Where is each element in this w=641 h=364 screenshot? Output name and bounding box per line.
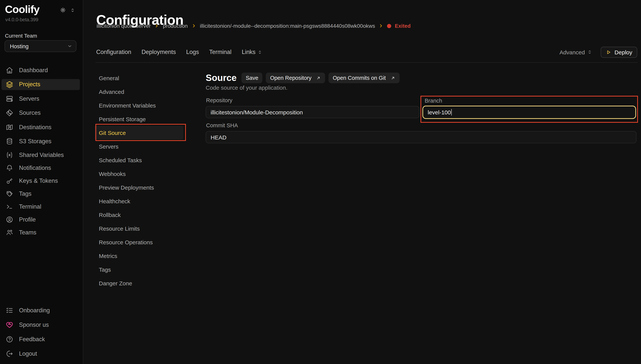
sidebar-item-sources[interactable]: Sources xyxy=(0,106,83,120)
sidebar-item-projects[interactable]: Projects xyxy=(0,77,83,92)
branch-label: Branch xyxy=(425,98,442,104)
status-dot-icon xyxy=(387,24,391,28)
chevrons-up-down-icon[interactable] xyxy=(70,8,75,13)
sidebar-item-label: Sponsor us xyxy=(19,322,49,328)
chevron-right-icon xyxy=(154,23,160,28)
sidebar-item-s3-storages[interactable]: S3 Storages xyxy=(0,134,83,148)
sidebar-item-dashboard[interactable]: Dashboard xyxy=(0,63,83,77)
sidebar-item-label: Sources xyxy=(19,110,41,116)
sidebar-item-keys-tokens[interactable]: Keys & Tokens xyxy=(0,174,83,187)
tab-label: Deployments xyxy=(142,49,176,56)
advanced-dropdown[interactable]: Advanced xyxy=(559,49,592,55)
status-badge: Exited xyxy=(395,23,411,29)
repository-input[interactable] xyxy=(206,106,419,118)
subnav-item-label: Preview Deployments xyxy=(99,184,154,190)
subnav-item-persistent-storage[interactable]: Persistent Storage xyxy=(95,112,183,126)
sidebar-item-label: Projects xyxy=(19,81,40,88)
sidebar-item-logout[interactable]: Logout xyxy=(0,346,83,361)
sidebar-item-onboarding[interactable]: Onboarding xyxy=(0,303,83,318)
tab-links[interactable]: Links xyxy=(242,49,262,56)
branch-input-value: level-100 xyxy=(428,109,451,116)
source-description: Code source of your application. xyxy=(206,84,287,91)
subnav-item-rollback[interactable]: Rollback xyxy=(95,208,183,222)
sidebar-item-label: S3 Storages xyxy=(19,138,52,145)
save-button[interactable]: Save xyxy=(242,72,263,83)
sidebar-item-notifications[interactable]: Notifications xyxy=(0,162,83,174)
commit-sha-label: Commit SHA xyxy=(206,122,238,128)
subnav-item-label: Git Source xyxy=(99,130,126,136)
server-icon xyxy=(6,95,13,102)
play-icon xyxy=(606,49,611,55)
open-commits-label: Open Commits on Git xyxy=(333,75,386,81)
chevron-right-icon xyxy=(191,23,197,28)
commit-sha-input[interactable] xyxy=(206,131,636,143)
current-team-label: Current Team xyxy=(5,33,37,39)
open-repository-button[interactable]: Open Repository xyxy=(266,72,325,83)
deploy-button[interactable]: Deploy xyxy=(601,46,637,58)
sidebar-item-profile[interactable]: Profile xyxy=(0,213,83,226)
key-icon xyxy=(6,177,13,185)
subnav-item-tags[interactable]: Tags xyxy=(95,262,183,276)
subnav-item-environment-variables[interactable]: Environment Variables xyxy=(95,98,183,112)
sidebar-bottom-nav: OnboardingSponsor usFeedbackLogout xyxy=(0,303,83,361)
sidebar-item-feedback[interactable]: Feedback xyxy=(0,332,83,346)
advanced-label: Advanced xyxy=(559,49,585,55)
open-commits-button[interactable]: Open Commits on Git xyxy=(329,72,400,83)
subnav-item-danger-zone[interactable]: Danger Zone xyxy=(95,276,183,290)
app-logo[interactable]: Coolify xyxy=(5,4,39,16)
subnav-item-resource-operations[interactable]: Resource Operations xyxy=(95,235,183,249)
tab-terminal[interactable]: Terminal xyxy=(209,49,232,56)
coolify-app: Coolify v4.0.0-beta.399 Current Team Hos… xyxy=(0,0,641,364)
sun-icon[interactable] xyxy=(60,7,66,13)
subnav-item-servers[interactable]: Servers xyxy=(95,140,183,153)
breadcrumb-segment[interactable]: illicitestonion/-module--decomposition:m… xyxy=(200,23,375,29)
breadcrumb: illicitonion quote serverproductionillic… xyxy=(97,22,411,30)
subnav-item-label: Resource Operations xyxy=(99,239,153,245)
subnav-item-general[interactable]: General xyxy=(95,71,183,85)
team-select[interactable]: Hosting xyxy=(5,40,77,52)
chevron-right-icon xyxy=(378,23,384,28)
database-icon xyxy=(6,138,13,145)
subnav-item-scheduled-tasks[interactable]: Scheduled Tasks xyxy=(95,153,183,167)
subnav-item-label: General xyxy=(99,75,119,81)
sidebar-item-label: Terminal xyxy=(19,203,41,210)
sidebar-item-destinations[interactable]: Destinations xyxy=(0,120,83,134)
subnav-item-label: Tags xyxy=(99,266,111,272)
chevrons-up-down-icon xyxy=(257,50,262,54)
subnav-item-label: Scheduled Tasks xyxy=(99,157,142,163)
sidebar-item-label: Keys & Tokens xyxy=(19,178,58,184)
subnav-item-resource-limits[interactable]: Resource Limits xyxy=(95,222,183,235)
sidebar-item-sponsor-us[interactable]: Sponsor us xyxy=(0,318,83,332)
sidebar-item-label: Tags xyxy=(19,190,32,197)
help-circle-icon xyxy=(6,336,13,343)
subnav-item-git-source[interactable]: Git Source xyxy=(95,126,183,140)
sidebar-item-label: Profile xyxy=(19,216,36,223)
sidebar-item-terminal[interactable]: Terminal xyxy=(0,200,83,213)
config-subnav: GeneralAdvancedEnvironment VariablesPers… xyxy=(95,71,183,290)
git-diamond-icon xyxy=(6,109,13,117)
breadcrumb-segment[interactable]: illicitonion quote server xyxy=(97,23,151,29)
breadcrumb-segment[interactable]: production xyxy=(163,23,188,29)
subnav-item-webhooks[interactable]: Webhooks xyxy=(95,167,183,180)
source-header-row: Source Save Open Repository Open Commits… xyxy=(206,72,399,83)
subnav-item-metrics[interactable]: Metrics xyxy=(95,249,183,262)
tab-logs[interactable]: Logs xyxy=(186,49,199,56)
subnav-item-preview-deployments[interactable]: Preview Deployments xyxy=(95,180,183,194)
branch-input[interactable]: level-100 xyxy=(422,106,636,119)
tab-label: Terminal xyxy=(209,49,232,56)
sidebar-item-servers[interactable]: Servers xyxy=(0,92,83,106)
sidebar-item-tags[interactable]: Tags xyxy=(0,187,83,200)
subnav-item-label: Advanced xyxy=(99,88,124,95)
tab-configuration[interactable]: Configuration xyxy=(96,49,131,56)
tab-deployments[interactable]: Deployments xyxy=(142,49,176,56)
subnav-item-advanced[interactable]: Advanced xyxy=(95,85,183,98)
sidebar-nav: DashboardProjectsServersSourcesDestinati… xyxy=(0,63,83,239)
sidebar-item-label: Destinations xyxy=(19,124,52,131)
home-icon xyxy=(6,66,13,74)
tab-divider xyxy=(96,62,637,63)
subnav-item-healthcheck[interactable]: Healthcheck xyxy=(95,194,183,208)
chevrons-up-down-icon xyxy=(587,50,592,55)
sidebar-item-label: Notifications xyxy=(19,164,51,171)
sidebar-item-teams[interactable]: Teams xyxy=(0,226,83,239)
sidebar-item-shared-variables[interactable]: Shared Variables xyxy=(0,148,83,162)
